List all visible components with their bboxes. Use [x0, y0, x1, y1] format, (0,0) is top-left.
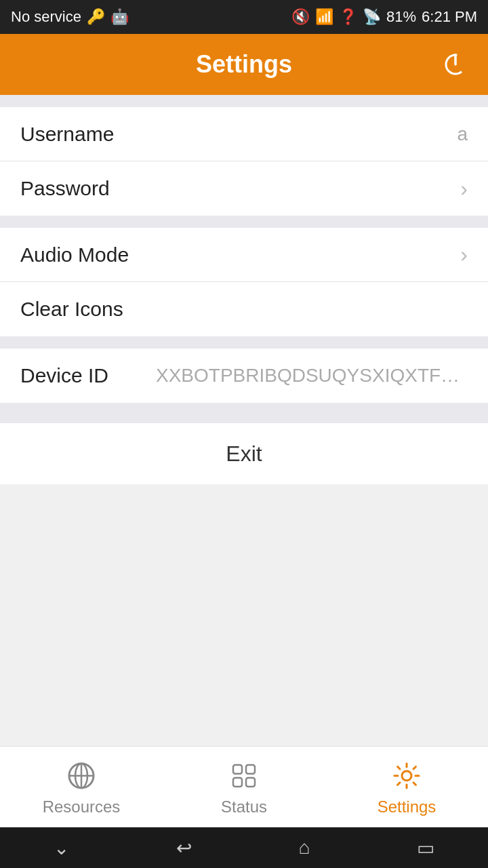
device-id-row[interactable]: Device ID XXBOTPBRIBQDSUQYSXIQXTFPR... [0, 349, 488, 403]
nav-home-button[interactable]: ⌂ [298, 837, 310, 859]
exit-row[interactable]: Exit [0, 423, 488, 484]
audio-mode-label: Audio Mode [20, 243, 129, 267]
svg-rect-6 [233, 765, 242, 774]
unknown-icon: ❓ [339, 8, 357, 26]
tab-status[interactable]: Status [163, 758, 325, 816]
wifi-icon: 📶 [315, 8, 333, 26]
signal-icon: 📡 [363, 8, 381, 26]
exit-section: Exit [0, 423, 488, 484]
display-group: Audio Mode › Clear Icons [0, 228, 488, 336]
device-id-label: Device ID [20, 364, 136, 387]
android-icon: 🤖 [110, 8, 129, 26]
power-button[interactable] [439, 48, 472, 81]
content-area [0, 484, 488, 681]
key-icon: 🔑 [87, 8, 105, 26]
clear-icons-row[interactable]: Clear Icons [0, 282, 488, 336]
username-row[interactable]: Username a [0, 107, 488, 161]
svg-rect-7 [246, 765, 255, 774]
nav-down-button[interactable]: ⌄ [54, 837, 69, 859]
account-group: Username a Password › [0, 107, 488, 216]
resources-tab-label: Resources [43, 797, 121, 816]
username-label: Username [20, 123, 114, 146]
svg-point-10 [402, 771, 411, 781]
username-value: a [457, 123, 468, 145]
status-icon [226, 758, 262, 793]
nav-back-button[interactable]: ↩ [176, 837, 192, 859]
android-nav-bar: ⌄ ↩ ⌂ ▭ [0, 827, 488, 868]
mute-icon: 🔇 [291, 8, 310, 26]
separator-after-device [0, 403, 488, 423]
settings-tab-label: Settings [378, 797, 436, 816]
password-row[interactable]: Password › [0, 161, 488, 216]
separator-display [0, 216, 488, 228]
tab-resources[interactable]: Resources [1, 758, 162, 816]
audio-mode-row[interactable]: Audio Mode › [0, 228, 488, 282]
audio-mode-chevron: › [460, 242, 468, 267]
password-label: Password [20, 177, 110, 200]
app-header: Settings [0, 34, 488, 95]
page-title: Settings [196, 50, 292, 79]
status-bar: No service 🔑 🤖 🔇 📶 ❓ 📡 81% 6:21 PM [0, 0, 488, 34]
password-chevron: › [460, 176, 468, 201]
svg-rect-8 [233, 778, 242, 787]
clear-icons-label: Clear Icons [20, 298, 123, 321]
battery-level: 81% [386, 8, 416, 26]
svg-rect-9 [246, 778, 255, 787]
time-display: 6:21 PM [422, 8, 477, 26]
network-status: No service [11, 8, 81, 26]
separator-device [0, 336, 488, 349]
exit-label: Exit [226, 441, 262, 467]
separator-top [0, 95, 488, 107]
status-tab-label: Status [221, 797, 267, 816]
tab-settings[interactable]: Settings [326, 758, 487, 816]
device-id-value: XXBOTPBRIBQDSUQYSXIQXTFPR... [156, 365, 468, 387]
device-group: Device ID XXBOTPBRIBQDSUQYSXIQXTFPR... [0, 349, 488, 403]
tab-bar: Resources Status Settings [0, 746, 488, 827]
nav-recent-button[interactable]: ▭ [417, 837, 434, 859]
resources-icon [64, 758, 99, 793]
settings-icon [389, 758, 424, 793]
